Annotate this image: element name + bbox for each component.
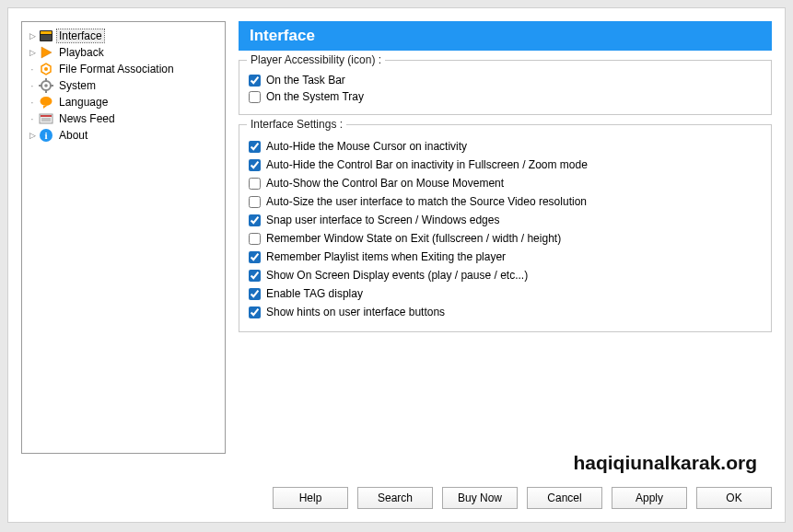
help-button[interactable]: Help (273, 487, 348, 509)
checkbox-input[interactable] (249, 270, 261, 282)
checkbox-label: Enable TAG display (266, 287, 363, 300)
watermark-text: haqiqiunalkarak.org (573, 452, 757, 474)
expander-icon (28, 64, 37, 75)
tree-item-language[interactable]: Language (26, 94, 221, 110)
checkbox-input[interactable] (249, 233, 261, 245)
apply-button[interactable]: Apply (612, 487, 687, 509)
interface-icon (39, 29, 53, 43)
svg-rect-1 (41, 31, 52, 34)
tree-item-playback[interactable]: Playback (26, 44, 221, 61)
group-player-accessibility: Player Accessibility (icon) : On the Tas… (239, 60, 772, 115)
checkbox-input[interactable] (249, 75, 261, 87)
checkbox-label: Auto-Size the user interface to match th… (266, 195, 587, 208)
checkbox-remember-window[interactable]: Remember Window State on Exit (fullscree… (249, 232, 762, 245)
tree-item-file-format[interactable]: File Format Association (26, 61, 221, 77)
tree-item-label: Interface (57, 29, 104, 42)
group-legend: Player Accessibility (icon) : (247, 53, 385, 66)
playback-icon (39, 45, 53, 60)
main-panel: Interface Player Accessibility (icon) : … (239, 21, 772, 454)
gear-icon (39, 78, 53, 93)
expander-icon (28, 98, 37, 108)
tree-item-label: Language (57, 96, 110, 109)
checkbox-autoshow-controlbar[interactable]: Auto-Show the Control Bar on Mouse Movem… (249, 177, 762, 190)
association-icon (39, 62, 53, 76)
checkbox-systemtray[interactable]: On the System Tray (249, 90, 762, 103)
group-legend: Interface Settings : (247, 118, 346, 131)
checkbox-label: Remember Window State on Exit (fullscree… (266, 232, 561, 245)
checkbox-taskbar[interactable]: On the Task Bar (249, 74, 762, 87)
checkbox-input[interactable] (249, 141, 261, 153)
checkbox-input[interactable] (249, 159, 261, 171)
checkbox-hints[interactable]: Show hints on user interface buttons (249, 306, 762, 318)
info-icon: i (39, 128, 53, 143)
tree-item-system[interactable]: System (26, 77, 221, 94)
checkbox-input[interactable] (249, 214, 261, 226)
expander-icon[interactable] (28, 31, 37, 40)
news-icon (39, 111, 53, 126)
content-row: Interface Playback File Format Associati… (21, 21, 772, 454)
page-title: Interface (239, 21, 772, 51)
checkbox-autohide-controlbar[interactable]: Auto-Hide the Control Bar on inactivity … (249, 158, 762, 171)
checkbox-label: Auto-Hide the Mouse Cursor on inactivity (266, 140, 467, 153)
checkbox-label: Auto-Show the Control Bar on Mouse Movem… (266, 177, 504, 190)
checkbox-label: Remember Playlist items when Exiting the… (266, 250, 506, 263)
svg-rect-2 (41, 35, 52, 40)
tree-item-label: Playback (57, 46, 106, 59)
expander-icon (28, 81, 37, 91)
checkbox-snap-edges[interactable]: Snap user interface to Screen / Windows … (249, 214, 762, 226)
svg-rect-13 (41, 115, 52, 117)
tree-item-label: File Format Association (57, 63, 176, 75)
ok-button[interactable]: OK (696, 487, 772, 509)
checkbox-input[interactable] (249, 288, 261, 300)
dialog-frame: Interface Playback File Format Associati… (7, 7, 786, 523)
category-tree[interactable]: Interface Playback File Format Associati… (21, 21, 226, 454)
checkbox-input[interactable] (249, 196, 261, 208)
tree-item-interface[interactable]: Interface (26, 28, 221, 44)
checkbox-osd-events[interactable]: Show On Screen Display events (play / pa… (249, 269, 762, 282)
svg-point-6 (44, 84, 48, 87)
cancel-button[interactable]: Cancel (527, 487, 602, 509)
checkbox-label: Show hints on user interface buttons (266, 306, 445, 318)
checkbox-label: Show On Screen Display events (play / pa… (266, 269, 528, 282)
checkbox-input[interactable] (249, 91, 261, 103)
svg-point-4 (44, 67, 48, 71)
svg-marker-3 (41, 47, 52, 58)
checkbox-label: On the System Tray (266, 90, 364, 103)
checkbox-input[interactable] (249, 306, 261, 318)
checkbox-autohide-cursor[interactable]: Auto-Hide the Mouse Cursor on inactivity (249, 140, 762, 153)
search-button[interactable]: Search (357, 487, 433, 509)
tree-item-about[interactable]: i About (26, 127, 221, 144)
expander-icon (28, 114, 37, 124)
checkbox-input[interactable] (249, 251, 261, 263)
svg-point-11 (41, 97, 52, 106)
tree-item-label: About (57, 129, 89, 142)
checkbox-remember-playlist[interactable]: Remember Playlist items when Exiting the… (249, 250, 762, 263)
dialog-button-row: Help Search Buy Now Cancel Apply OK (21, 487, 772, 509)
expander-icon[interactable] (28, 48, 37, 57)
buynow-button[interactable]: Buy Now (442, 487, 518, 509)
tree-item-label: System (57, 79, 98, 92)
tree-item-label: News Feed (57, 112, 117, 125)
checkbox-label: Snap user interface to Screen / Windows … (266, 214, 499, 226)
checkbox-input[interactable] (249, 178, 261, 190)
group-interface-settings: Interface Settings : Auto-Hide the Mouse… (239, 124, 772, 332)
checkbox-tag-display[interactable]: Enable TAG display (249, 287, 762, 300)
checkbox-autosize[interactable]: Auto-Size the user interface to match th… (249, 195, 762, 208)
svg-text:i: i (44, 130, 47, 141)
checkbox-label: Auto-Hide the Control Bar on inactivity … (266, 158, 588, 171)
tree-item-news[interactable]: News Feed (26, 110, 221, 127)
checkbox-label: On the Task Bar (266, 74, 345, 87)
expander-icon[interactable] (28, 131, 37, 140)
language-icon (39, 95, 53, 110)
